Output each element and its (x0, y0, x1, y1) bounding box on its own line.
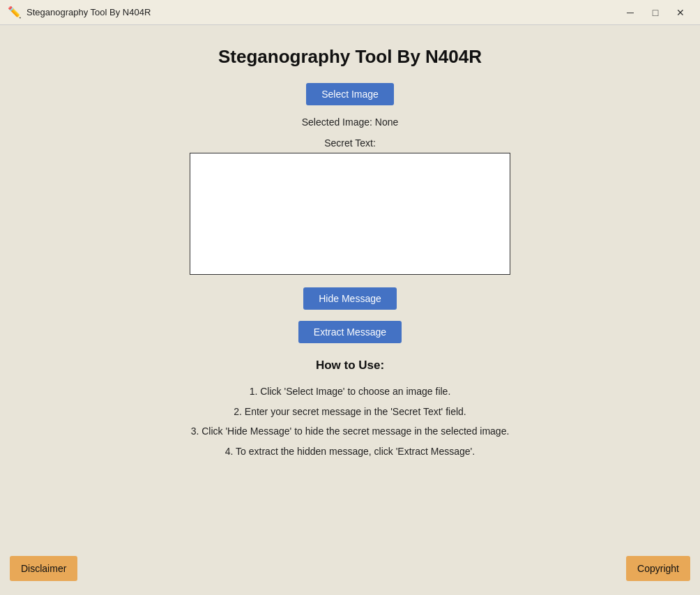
app-title: Steganography Tool By N404R (218, 46, 482, 68)
title-bar-text: Steganography Tool By N404R (26, 7, 151, 17)
close-button[interactable]: ✕ (669, 4, 692, 21)
secret-text-label: Secret Text: (324, 137, 376, 149)
selected-image-label: Selected Image: None (302, 116, 399, 128)
main-content: Steganography Tool By N404R Select Image… (0, 25, 700, 595)
app-icon: ✏️ (8, 6, 21, 19)
hide-message-button[interactable]: Hide Message (303, 287, 397, 310)
instructions: 1. Click 'Select Image' to choose an ima… (191, 382, 510, 462)
disclaimer-button[interactable]: Disclaimer (10, 556, 77, 581)
title-bar-controls: ─ □ ✕ (619, 4, 692, 21)
title-bar: ✏️ Steganography Tool By N404R ─ □ ✕ (0, 0, 700, 25)
copyright-button[interactable]: Copyright (626, 556, 690, 581)
instruction-3: 3. Click 'Hide Message' to hide the secr… (191, 422, 510, 441)
minimize-button[interactable]: ─ (619, 4, 641, 21)
secret-text-input[interactable] (190, 153, 510, 275)
extract-message-button[interactable]: Extract Message (298, 321, 402, 343)
instruction-2: 2. Enter your secret message in the 'Sec… (191, 402, 510, 421)
title-bar-left: ✏️ Steganography Tool By N404R (8, 6, 151, 19)
select-image-button[interactable]: Select Image (306, 83, 394, 105)
how-to-use-title: How to Use: (316, 359, 384, 372)
instruction-4: 4. To extract the hidden message, click … (191, 442, 510, 461)
maximize-button[interactable]: □ (644, 4, 667, 21)
instruction-1: 1. Click 'Select Image' to choose an ima… (191, 382, 510, 401)
